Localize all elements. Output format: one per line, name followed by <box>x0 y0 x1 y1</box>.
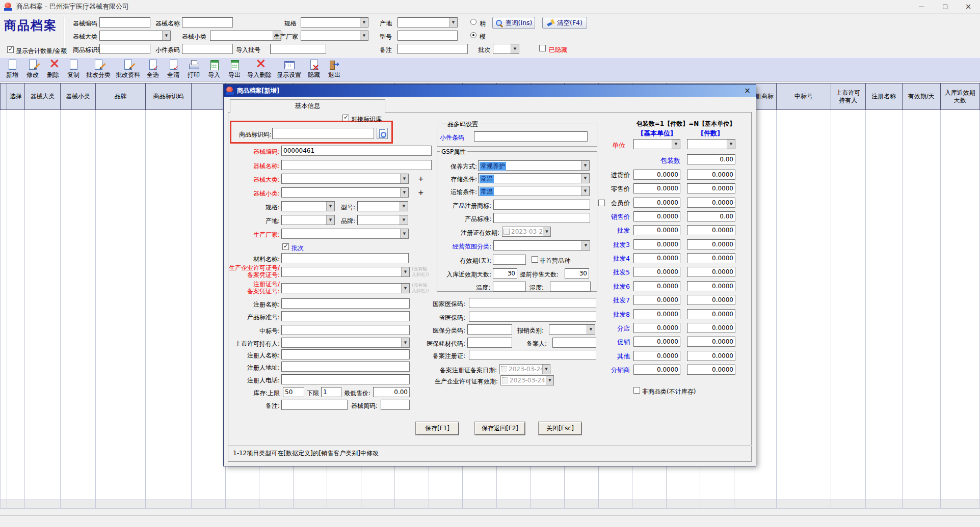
query-button[interactable]: 查询(Ins) <box>492 17 535 29</box>
device-minor-combo[interactable]: ▼ <box>210 31 281 41</box>
price-base-input[interactable] <box>633 239 680 249</box>
toolbar-button[interactable]: 全选 <box>143 59 163 80</box>
save-return-button[interactable]: 保存返回[F2] <box>475 422 525 435</box>
show-total-checkbox[interactable] <box>7 46 14 53</box>
batch-combo[interactable]: ▼ <box>493 44 519 54</box>
device-name-input[interactable] <box>182 17 233 27</box>
save-button[interactable]: 保存[F1] <box>416 422 459 435</box>
dlg-small-barcode-input[interactable] <box>474 131 588 142</box>
dialog-titlebar[interactable]: 商品档案[新增] × <box>224 85 756 97</box>
price-piece-input[interactable] <box>687 225 735 235</box>
close-button[interactable]: × <box>957 0 980 14</box>
radio-exact[interactable] <box>470 19 476 25</box>
price-base-input[interactable] <box>633 211 680 221</box>
minimize-button[interactable] <box>910 0 933 14</box>
device-major-combo[interactable]: ▼ <box>99 31 171 41</box>
origin-combo[interactable]: ▼ <box>398 17 458 27</box>
license-expiry-date[interactable]: 2023-03-24▼ <box>500 375 554 385</box>
price-base-input[interactable] <box>633 170 680 180</box>
unit-piece-combo[interactable]: ▼ <box>687 139 735 149</box>
price-piece-input[interactable] <box>687 365 735 375</box>
table-header-cell[interactable]: 有效期/天 <box>903 84 941 109</box>
model-input[interactable] <box>398 31 458 41</box>
toolbar-button[interactable]: 删除 <box>43 59 63 80</box>
hidden-checkbox[interactable] <box>539 45 546 51</box>
dlg-device-name-input[interactable] <box>281 160 432 170</box>
price-piece-input[interactable] <box>687 281 735 291</box>
short-code-input[interactable] <box>381 400 410 410</box>
price-piece-input[interactable] <box>687 267 735 277</box>
price-base-input[interactable] <box>633 281 680 291</box>
table-header-cell[interactable]: 选择 <box>7 84 25 109</box>
toolbar-button[interactable]: 显示设置 <box>274 59 304 80</box>
toolbar-button[interactable]: 导出 <box>224 59 245 80</box>
toolbar-button[interactable]: 复制 <box>63 59 84 80</box>
price-base-input[interactable] <box>633 323 680 333</box>
toolbar-button[interactable]: 全清 <box>163 59 183 80</box>
price-piece-input[interactable] <box>687 253 735 263</box>
price-base-input[interactable] <box>633 253 680 263</box>
dlg-registrant-tel-input[interactable] <box>281 374 410 384</box>
close-dialog-button[interactable]: 关闭[Esc] <box>539 422 581 435</box>
price-piece-input[interactable] <box>687 351 735 361</box>
price-base-input[interactable] <box>633 295 680 305</box>
toolbar-button[interactable]: 新增 <box>2 59 22 80</box>
price-piece-input[interactable] <box>687 309 735 319</box>
table-header-cell[interactable]: 入库近效期天数 <box>941 84 980 109</box>
date-checkbox[interactable] <box>502 377 508 383</box>
dlg-remark-input[interactable] <box>281 400 348 410</box>
price-piece-input[interactable] <box>687 198 735 208</box>
price-piece-input[interactable] <box>687 295 735 305</box>
price-piece-input[interactable] <box>687 239 735 249</box>
table-header-cell[interactable]: 中标号 <box>777 84 831 109</box>
remark-input[interactable] <box>398 44 468 54</box>
toolbar-button[interactable]: 导入删除 <box>245 59 274 80</box>
stock-lower-input[interactable] <box>321 387 341 397</box>
toolbar-button[interactable]: 退出 <box>324 59 345 80</box>
min-price-input[interactable] <box>373 387 410 397</box>
price-base-input[interactable] <box>633 183 680 193</box>
price-piece-input[interactable] <box>687 323 735 333</box>
price-base-input[interactable] <box>633 309 680 319</box>
table-header-cell[interactable]: 商品标识码 <box>146 84 192 109</box>
small-barcode-input[interactable] <box>182 44 233 54</box>
unit-base-combo[interactable]: ▼ <box>633 139 680 149</box>
toolbar-button[interactable]: 打印 <box>183 59 204 80</box>
pack-count-input[interactable] <box>687 154 735 164</box>
price-base-input[interactable] <box>633 337 680 347</box>
non-product-checkbox[interactable] <box>633 387 640 394</box>
maintain-combo[interactable]: 常规养护▼ <box>478 160 590 171</box>
toolbar-button[interactable]: 批改资料 <box>113 59 143 80</box>
toolbar-button[interactable]: 隐藏 <box>304 59 324 80</box>
price-base-input[interactable] <box>633 351 680 361</box>
table-header-cell[interactable]: 注册名称 <box>866 84 903 109</box>
price-piece-input[interactable] <box>687 211 735 221</box>
toolbar-button[interactable]: 导入 <box>204 59 224 80</box>
table-header-cell[interactable]: 器械大类 <box>25 84 61 109</box>
spec-combo[interactable]: ▼ <box>301 17 368 27</box>
link-idcode-checkbox[interactable] <box>342 115 349 121</box>
dialog-close-icon[interactable]: × <box>743 86 752 95</box>
price-base-input[interactable] <box>633 198 680 208</box>
table-header-cell[interactable]: 器械小类 <box>61 84 96 109</box>
product-id-input[interactable] <box>99 44 150 54</box>
price-piece-input[interactable] <box>687 170 735 180</box>
price-base-input[interactable] <box>633 225 680 235</box>
stock-upper-input[interactable] <box>283 387 304 397</box>
table-header-cell[interactable]: 上市许可持有人 <box>831 84 866 109</box>
radio-fuzzy[interactable] <box>470 32 476 38</box>
price-piece-input[interactable] <box>687 337 735 347</box>
toolbar-button[interactable]: 批改分类 <box>84 59 113 80</box>
dlg-device-code-input[interactable] <box>281 146 432 156</box>
table-header-cell[interactable]: 品牌 <box>96 84 146 109</box>
manufacturer-combo[interactable]: ▼ <box>301 31 368 41</box>
lookup-button[interactable] <box>377 128 388 139</box>
price-piece-input[interactable] <box>687 183 735 193</box>
tab-basic-info[interactable]: 基本信息 <box>230 99 385 113</box>
import-batch-input[interactable] <box>270 44 326 54</box>
price-base-input[interactable] <box>633 267 680 277</box>
device-code-input[interactable] <box>99 17 150 27</box>
clear-button[interactable]: 清空(F4) <box>542 17 587 29</box>
maximize-button[interactable] <box>933 0 957 14</box>
dlg-product-id-input[interactable] <box>272 128 374 139</box>
